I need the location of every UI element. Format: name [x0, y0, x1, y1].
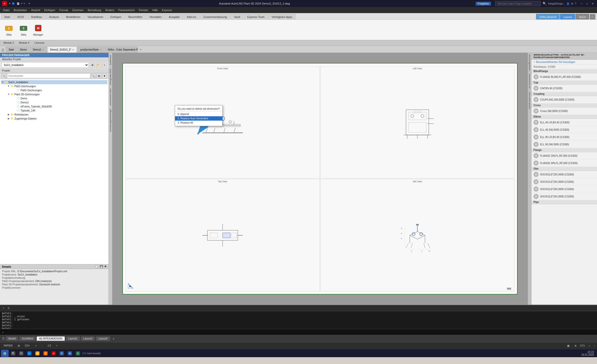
rp-item-sockolet3[interactable]: SOCKOLET,BV,3000 (CS300): [531, 186, 597, 193]
ribbon-btn-manager[interactable]: M Manager: [31, 21, 45, 38]
rp-item-ell90sw[interactable]: ELL 90,SW,3000 (CS300): [531, 141, 597, 148]
module-tab-4[interactable]: Module 4: [16, 41, 32, 45]
taskbar-search[interactable]: 🔍: [10, 350, 17, 357]
cad-canvas[interactable]: Front View: [112, 53, 528, 305]
status-snap[interactable]: CO+: [23, 344, 32, 348]
menu-hilfe[interactable]: Hilfe: [150, 7, 160, 13]
rp-item-flange-sw[interactable]: FLANGE SW,FL,RF,300 (CS300): [531, 152, 597, 160]
right-label-werkzeug[interactable]: Werkzeugpaletten: [528, 53, 531, 72]
status-scale[interactable]: 1:5: [46, 344, 53, 348]
rp-item-coupling[interactable]: COUPLING,SW,3000 (CS300): [531, 96, 597, 103]
layout-tab-layout3[interactable]: Layout3: [96, 336, 110, 341]
doc-tab-demo2-su013[interactable]: Demo2_SU013_2* ✕: [47, 47, 77, 53]
tree-item-pid-sub[interactable]: 📄 P&ID-Zeichnungen: [1, 88, 108, 92]
status-plus2[interactable]: +: [55, 344, 59, 348]
tree-item-rohrklassen[interactable]: ▶ 📁 Rohrklassen: [1, 112, 108, 117]
side-label-quellordner[interactable]: Quellordner: [109, 53, 112, 67]
tab-modellieren[interactable]: Modellieren: [63, 14, 84, 19]
ctx-option-2[interactable]: 2. Replace All: [175, 121, 222, 125]
doc-tab-start[interactable]: Start: [6, 47, 17, 53]
tab-beschriften[interactable]: Beschriften: [125, 14, 146, 19]
module-tab-licences[interactable]: Licences: [32, 41, 47, 45]
menu-zeichnen[interactable]: Zeichnen: [70, 7, 86, 13]
tree-item-root[interactable]: ▼ 📁 SuCri_Installation: [1, 80, 108, 84]
details-btn2[interactable]: 💾: [100, 265, 103, 268]
rp-add-custom-btn[interactable]: + Benutzerdefiniertes Teil hinzufügen: [531, 60, 597, 65]
ribbon-btn-sikla1[interactable]: S Sikla: [2, 21, 16, 38]
doc-tab-demo[interactable]: Demo: [17, 47, 30, 53]
taskbar-autocad[interactable]: A: [50, 350, 57, 357]
pm-search-execute-btn[interactable]: 🔍: [91, 73, 96, 78]
tree-item-zugehoerig[interactable]: ▶ 📁 Zugehörige Dateien: [1, 117, 108, 121]
tab-ortho[interactable]: Ortho-Ansicht: [536, 14, 560, 19]
right-label-subst[interactable]: Substituieren für: [528, 72, 531, 90]
taskbar-edge[interactable]: e: [26, 350, 33, 357]
tree-toggle-plant[interactable]: ▼: [7, 93, 10, 96]
rp-item-flange-wn[interactable]: FLANGE WN,FL,RF,300 (CS300): [531, 160, 597, 167]
tree-toggle-rohr[interactable]: ▶: [7, 113, 10, 116]
tree-toggle-pid[interactable]: ▼: [7, 85, 10, 88]
layout-tab-add-btn[interactable]: +: [111, 336, 116, 341]
rp-item-ell90lr[interactable]: ELL 90 LR,BV,40 (CS300): [531, 133, 597, 141]
rp-item-sockolet1[interactable]: SOCKOLET,BV,3000 (CS300): [531, 171, 597, 178]
pm-btn-open[interactable]: 📂: [96, 62, 101, 67]
tree-item-typicals[interactable]: 📄 Typicals_140: [1, 108, 108, 112]
tab-expresstools[interactable]: Express Tools: [244, 14, 268, 19]
tab-addins[interactable]: Add-ins: [183, 14, 199, 19]
maximize-btn[interactable]: □: [585, 1, 589, 6]
pm-view-btn[interactable]: ⊞: [96, 73, 101, 78]
layout-tabs-menu[interactable]: ☰: [2, 337, 5, 340]
start-btn[interactable]: ⊞: [1, 350, 9, 357]
cmd-close-btn[interactable]: ✕: [2, 307, 6, 309]
rp-item-cross[interactable]: Cross,SW,3000 (CS300): [531, 107, 597, 115]
layout-tab-schriftfeld[interactable]: Schriftfeld: [19, 336, 35, 341]
rp-item-sockolet4[interactable]: SOCKOLET,BV,3000 (CS300): [531, 193, 597, 200]
tab-verwalten[interactable]: Verwalten: [146, 14, 165, 19]
status-settings[interactable]: ⊕: [573, 344, 578, 348]
rp-item-cap[interactable]: CAP,BV,40 (CS300): [531, 85, 597, 92]
pm-filter-btn[interactable]: ▼: [102, 73, 107, 78]
status-grid[interactable]: ⊞: [16, 344, 21, 348]
menu-bemaszung[interactable]: Bemaßung: [86, 7, 103, 13]
tab-apps[interactable]: Verfügbare Apps: [268, 14, 295, 19]
side-label-ortho[interactable]: Orthogonale DWG: [109, 67, 112, 87]
status-home[interactable]: ⌂: [587, 344, 592, 348]
side-label-iso[interactable]: Isometrische DWG: [109, 87, 112, 107]
status-layers[interactable]: ▦: [566, 344, 571, 348]
menu-aendern[interactable]: Ändern: [103, 7, 116, 13]
tree-item-pid[interactable]: ▼ 📁 P&ID-Zeichnungen: [1, 84, 108, 88]
minimize-btn[interactable]: ─: [579, 1, 584, 6]
tab-suci[interactable]: SuCri: [575, 14, 589, 19]
layout-tab-a2integadesign[interactable]: A2-INTEGADESIGN: [37, 336, 65, 341]
tab-visualisieren[interactable]: Visualisieren: [84, 14, 106, 19]
tab-analyse[interactable]: Analyse: [46, 14, 62, 19]
title-search-input[interactable]: [495, 1, 541, 6]
taskbar-excel[interactable]: E: [74, 350, 81, 357]
tab-zusammenfassung[interactable]: Zusammenfassung: [200, 14, 230, 19]
close-btn[interactable]: ✕: [590, 1, 595, 6]
freigeben-btn[interactable]: Freigeben: [476, 2, 491, 6]
status-zoom-out[interactable]: -: [40, 344, 44, 348]
details-btn1[interactable]: 📋: [95, 265, 99, 268]
ribbon-btn-sikla2[interactable]: S Sikla: [17, 21, 30, 38]
menu-parametrisch[interactable]: Parametrisch: [116, 7, 137, 13]
status-papier[interactable]: PAPIER: [2, 344, 14, 348]
pm-refresh-btn[interactable]: 🔍: [2, 73, 7, 78]
tab-vault[interactable]: Vault: [231, 14, 243, 19]
layout-tab-layout2[interactable]: Layout2: [81, 336, 95, 341]
tab-einfuegen[interactable]: Einfügen: [107, 14, 124, 19]
menu-ansicht[interactable]: Ansicht: [29, 7, 42, 13]
cmd-btn-1[interactable]: ⊞: [7, 307, 11, 309]
tab-isos[interactable]: ISOS: [14, 14, 27, 19]
doc-tab-ortho-style[interactable]: Ortho - Color Dependent Plot Styles.dwt*…: [105, 47, 138, 53]
tab-start[interactable]: Start: [1, 14, 13, 19]
taskbar-paint[interactable]: 🎨: [42, 350, 49, 357]
tree-toggle-zugehoerig[interactable]: ▶: [7, 117, 10, 120]
rp-item-flange-blind[interactable]: FLANGE BLIND,FL,RF,300 (CS300): [531, 73, 597, 81]
right-label-norm2[interactable]: Informationspalette: [528, 90, 531, 111]
menu-express[interactable]: Express: [160, 7, 174, 13]
menu-fenster[interactable]: Fenster: [137, 7, 150, 13]
menu-format[interactable]: Format: [57, 7, 70, 13]
tree-toggle[interactable]: ▼: [1, 81, 4, 84]
tree-item-plant3d[interactable]: ▼ 📁 Plant 3D-Zeichnungen: [1, 92, 108, 96]
